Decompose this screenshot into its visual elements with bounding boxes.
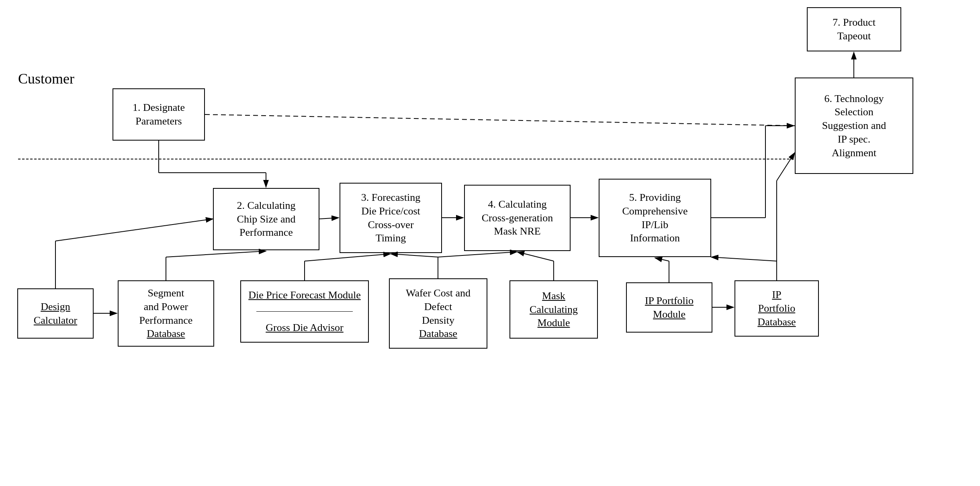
svg-line-17	[166, 251, 266, 257]
box-segment-power: Segment and Power Performance Database	[118, 280, 214, 347]
svg-line-19	[305, 254, 391, 261]
customer-label: Customer	[18, 70, 74, 87]
svg-line-6	[319, 218, 339, 219]
box-ip-portfolio-module: IP Portfolio Module	[626, 282, 712, 333]
box-design-calc: Design Calculator	[17, 288, 94, 339]
svg-line-29	[711, 257, 777, 261]
box-mask-calc: Mask Calculating Module	[509, 280, 598, 339]
svg-line-32	[777, 153, 795, 181]
diagram-container: Customer 1. Designate Parameters 2. Calc…	[0, 0, 980, 486]
box-product-tapeout: 7. Product Tapeout	[807, 7, 901, 51]
box-ip-portfolio-db: IP Portfolio Database	[734, 280, 819, 337]
box-providing-ip: 5. Providing Comprehensive IP/Lib Inform…	[599, 179, 711, 257]
box-wafer-cost: Wafer Cost and Defect Density Database	[389, 278, 487, 349]
svg-line-5	[205, 114, 795, 126]
customer-boundary-line	[18, 159, 862, 159]
box-die-price-gross: Die Price Forecast Module Gross Die Advi…	[240, 280, 369, 343]
svg-line-23	[438, 252, 517, 257]
svg-line-15	[55, 219, 213, 241]
box-tech-selection: 6. Technology Selection Suggestion and I…	[795, 78, 913, 174]
box-designate-params: 1. Designate Parameters	[113, 88, 205, 141]
svg-line-27	[655, 258, 669, 261]
box-calc-cross: 4. Calculating Cross-generation Mask NRE	[464, 185, 571, 251]
svg-line-21	[391, 254, 438, 257]
box-forecast-die: 3. Forecasting Die Price/cost Cross-over…	[340, 183, 442, 253]
box-calc-chip: 2. Calculating Chip Size and Performance	[213, 188, 319, 250]
svg-line-25	[517, 252, 554, 261]
